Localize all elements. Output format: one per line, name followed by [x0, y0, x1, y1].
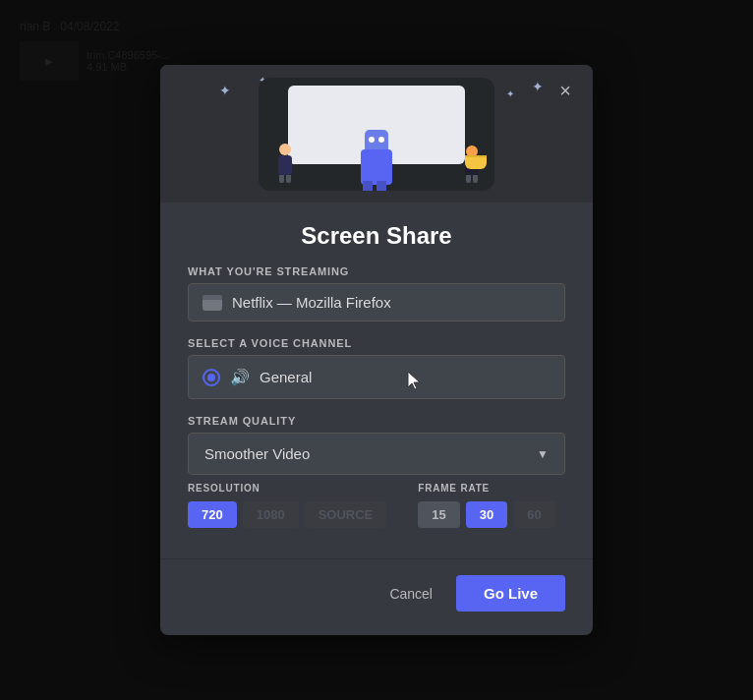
chevron-down-icon: ▼	[537, 447, 549, 461]
go-live-button[interactable]: Go Live	[456, 575, 565, 612]
modal-title: Screen Share	[188, 203, 565, 250]
resolution-label: RESOLUTION	[188, 483, 386, 494]
resolution-1080-button: 1080	[243, 501, 299, 528]
resolution-source-button: SOURCE	[305, 501, 387, 528]
modal-body: Screen Share WHAT YOU'RE STREAMING Netfl…	[160, 203, 593, 558]
framerate-15-button[interactable]: 15	[418, 501, 459, 528]
quality-dropdown-value: Smoother Video	[204, 445, 310, 462]
streaming-box: Netflix — Mozilla Firefox	[188, 283, 565, 321]
robot-character	[361, 130, 392, 185]
resolution-btn-group: 720 1080 SOURCE	[188, 501, 386, 528]
character-left	[278, 144, 292, 183]
framerate-30-button[interactable]: 30	[466, 501, 507, 528]
voice-channel-section: SELECT A VOICE CHANNEL 🔊 General	[188, 337, 565, 399]
cancel-button[interactable]: Cancel	[381, 580, 440, 608]
framerate-col: FRAME RATE 15 30 60	[418, 483, 565, 528]
voice-channel-name: General	[260, 369, 312, 385]
window-icon	[203, 295, 222, 311]
framerate-60-button: 60	[513, 501, 554, 528]
framerate-btn-group: 15 30 60	[418, 501, 565, 528]
screen-share-modal: ✦ ✦ ✦ ✦	[160, 65, 593, 635]
quality-section-label: STREAM QUALITY	[188, 415, 565, 427]
modal-overlay: ✦ ✦ ✦ ✦	[0, 0, 753, 700]
close-button[interactable]: ×	[551, 77, 579, 104]
radio-button[interactable]	[203, 369, 220, 386]
quality-settings: RESOLUTION 720 1080 SOURCE FRAME RATE 15…	[188, 475, 565, 532]
sparkle-icon-4: ✦	[532, 79, 544, 94]
streaming-label: WHAT YOU'RE STREAMING	[188, 265, 565, 277]
sparkle-icon: ✦	[219, 83, 231, 98]
stream-quality-section: STREAM QUALITY Smoother Video ▼ RESOLUTI…	[188, 415, 565, 532]
framerate-label: FRAME RATE	[418, 483, 565, 494]
modal-footer: Cancel Go Live	[160, 558, 593, 635]
streaming-section: WHAT YOU'RE STREAMING Netflix — Mozilla …	[188, 265, 565, 321]
sparkle-icon-3: ✦	[506, 88, 514, 99]
quality-dropdown[interactable]: Smoother Video ▼	[188, 433, 565, 475]
streaming-value: Netflix — Mozilla Firefox	[232, 294, 391, 311]
resolution-col: RESOLUTION 720 1080 SOURCE	[188, 483, 386, 528]
resolution-720-button[interactable]: 720	[188, 501, 237, 528]
radio-inner	[207, 374, 215, 381]
modal-header-art: ✦ ✦ ✦ ✦	[160, 65, 593, 203]
speaker-icon: 🔊	[230, 368, 250, 386]
voice-channel-box[interactable]: 🔊 General	[188, 355, 565, 399]
voice-channel-label: SELECT A VOICE CHANNEL	[188, 337, 565, 349]
